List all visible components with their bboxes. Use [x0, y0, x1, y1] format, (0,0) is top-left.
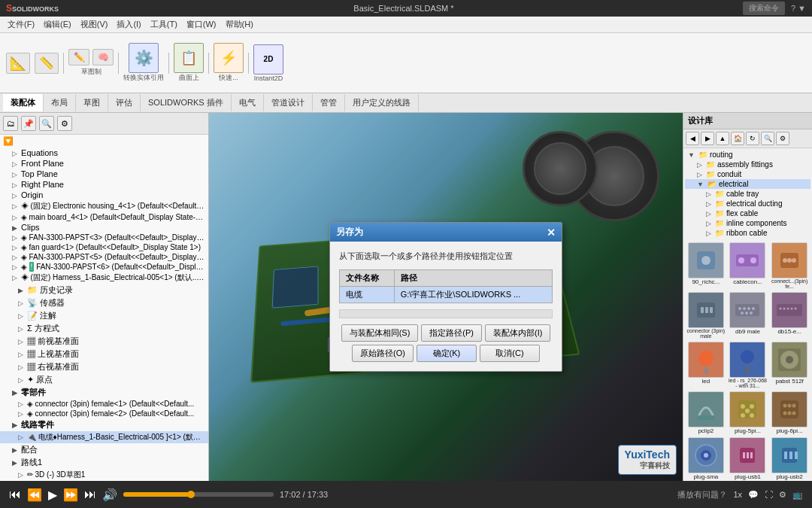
same-as-assembly-button[interactable]: 与装配体相同(S) [341, 324, 419, 342]
tree-wire-parts[interactable]: ▶ 线路零件 [0, 418, 208, 431]
tree-top-plane2[interactable]: ▷ ▦ 上视基准面 [6, 348, 208, 360]
original-path-button[interactable]: 原始路径(O) [352, 345, 414, 362]
toolbar-draw-btn[interactable]: ✏️ [68, 49, 89, 65]
menu-file[interactable]: 文件(F) [3, 17, 39, 32]
lib-btn-settings[interactable]: ⚙ [776, 132, 789, 145]
subtitle-button[interactable]: 💬 [748, 490, 759, 500]
tree-connector2[interactable]: ▷ ◈ connector (3pin) female<2> (Default<… [0, 409, 208, 418]
lib-btn-home[interactable]: 🏠 [731, 132, 744, 145]
inside-assembly-button[interactable]: 装配体内部(I) [485, 324, 550, 342]
lib-tree-routing[interactable]: ▼ 📁 routing [685, 150, 810, 160]
tree-cable[interactable]: ▷ 🔌 电缆♦Harness_1-Basic_Electrical-005 ]<… [0, 431, 208, 443]
cancel-button[interactable]: 取消(C) [480, 345, 540, 362]
fullscreen-button[interactable]: ⛶ [765, 490, 773, 499]
lib-tree-electrical-ducting[interactable]: ▷ 📁 electrical ducting [685, 199, 810, 208]
comp-plug-usb2[interactable]: plug-usb2 [770, 437, 809, 480]
lib-tree-electrical[interactable]: ▼ 📂 electrical [685, 179, 810, 189]
search-box[interactable]: 搜索命令 [743, 2, 785, 15]
lib-btn-back[interactable]: ◀ [686, 132, 699, 145]
tree-clips[interactable]: ▶ Clips [0, 222, 208, 233]
cast-button[interactable]: 📺 [792, 490, 803, 500]
tree-right-plane2[interactable]: ▷ ▦ 右视基准面 [6, 360, 208, 373]
tree-mainboard[interactable]: ▷ ◈ main board_4<1> (Default<Default_Dis… [0, 212, 208, 222]
tree-fan3[interactable]: ▷ ◈ ! FAN-3300-PAPST<6> (Default<<Defaul… [0, 262, 208, 272]
tree-mates[interactable]: ▶ 配合 [0, 443, 208, 456]
menu-insert[interactable]: 插入(I) [112, 17, 145, 32]
volume-button[interactable]: 🔊 [102, 488, 117, 502]
lib-tree-assembly-fittings[interactable]: ▷ 📁 assembly fittings [685, 160, 810, 169]
lib-tree-ribbon[interactable]: ▷ 📁 ribbon cable [685, 228, 810, 238]
tree-route1[interactable]: ▶ 路线1 [0, 456, 208, 469]
settings-button[interactable]: ⚙ [779, 490, 786, 500]
toolbar-quick-btn[interactable]: ⚡ [214, 43, 244, 73]
tree-origin[interactable]: ▷ Origin [0, 190, 208, 200]
comp-db9-male[interactable]: db9 male [729, 292, 768, 339]
lib-btn-forward[interactable]: ▶ [701, 132, 714, 145]
tree-btn-2[interactable]: 📌 [21, 116, 36, 131]
progress-bar[interactable] [123, 492, 274, 497]
lib-btn-up[interactable]: ▲ [716, 132, 729, 145]
toolbar-smart-btn[interactable]: 🧠 [92, 49, 114, 65]
tree-fanguard[interactable]: ▷ ◈ fan guard<1> (Default<<Default>_Disp… [0, 242, 208, 252]
tree-front-plane[interactable]: ▷ Front Plane [0, 158, 208, 169]
tree-top-plane[interactable]: ▷ Top Plane [0, 169, 208, 179]
lib-btn-refresh[interactable]: ↻ [746, 132, 759, 145]
tree-right-plane[interactable]: ▷ Right Plane [0, 179, 208, 190]
comp-db15[interactable]: db15-e... [770, 292, 809, 339]
lib-btn-search[interactable]: 🔍 [761, 132, 774, 145]
tree-notes[interactable]: ▷ 📝 注解 [6, 309, 208, 322]
tree-eq2[interactable]: ▷ Σ 方程式 [6, 322, 208, 335]
ok-button[interactable]: 确定(K) [417, 345, 477, 362]
tree-sensors[interactable]: ▷ 📡 传感器 [6, 297, 208, 309]
tree-front-plane2[interactable]: ▷ ▦ 前视基准面 [6, 335, 208, 348]
tree-fan2[interactable]: ▷ ◈ FAN-3300-PAPST<5> (Default<<Default>… [0, 252, 208, 262]
tree-btn-1[interactable]: 🗂 [3, 116, 18, 131]
menu-window[interactable]: 窗口(W) [182, 17, 221, 32]
comp-plug5pi[interactable]: plug-5pi... [729, 391, 768, 434]
lib-tree-inline[interactable]: ▷ 📁 inline components [685, 218, 810, 228]
specify-path-button[interactable]: 指定路径(P) [421, 324, 482, 342]
menu-view[interactable]: 视图(V) [76, 17, 113, 32]
play-button[interactable]: ▶ [48, 488, 57, 502]
tree-origin2[interactable]: ▷ ✦ 原点 [6, 373, 208, 386]
toolbar-surface-btn[interactable]: 📋 [174, 43, 204, 73]
toolbar-btn-2[interactable]: 📏 [35, 53, 59, 74]
progress-knob[interactable] [187, 491, 195, 498]
table-scrollbar[interactable] [339, 309, 553, 318]
tree-housing[interactable]: ▷ ◈ (固定) Electronic housing_4<1> (Defaul… [0, 200, 208, 212]
comp-cablecon[interactable]: cablecon... [729, 242, 768, 289]
tab-plugins[interactable]: SOLIDWORKS 插件 [141, 94, 232, 111]
comp-connector-3pin-f[interactable]: connect...(3pin) fe... [770, 242, 809, 289]
skip-end-button[interactable]: ⏭ [84, 488, 96, 501]
comp-connector-3pin-m[interactable]: connector (3pin) male [686, 292, 726, 339]
comp-90-richc[interactable]: 90_richc... [686, 242, 726, 289]
lib-tree-conduit[interactable]: ▷ 📁 conduit [685, 169, 810, 179]
comp-plug-sma[interactable]: plug-sma [686, 437, 726, 480]
lib-tree-cable-tray[interactable]: ▷ 📁 cable tray [685, 189, 810, 199]
comp-plug6pi[interactable]: plug-6pi... [770, 391, 809, 434]
tree-history[interactable]: ▶ 📁 历史记录 [6, 284, 208, 297]
tree-3dsketch[interactable]: ▷ ✏ 3D (-) 3D草图1 [0, 469, 208, 481]
prev-frame-button[interactable]: ⏪ [27, 488, 42, 502]
tab-tubing[interactable]: 管管 [313, 94, 345, 111]
comp-led[interactable]: led [686, 342, 726, 388]
comp-pabst[interactable]: pabst 512f [770, 342, 809, 388]
toolbar-instant2d-btn[interactable]: 2D [253, 44, 283, 75]
tab-layout[interactable]: 布局 [44, 94, 76, 111]
tree-btn-4[interactable]: ⚙ [57, 116, 72, 131]
skip-start-button[interactable]: ⏮ [9, 488, 21, 501]
menu-help[interactable]: 帮助(H) [221, 17, 258, 32]
lib-tree-flex-cable[interactable]: ▷ 📁 flex cable [685, 208, 810, 218]
comp-pclip2[interactable]: pclip2 [686, 391, 726, 434]
toolbar-3d-btn[interactable]: ⚙️ [129, 43, 159, 73]
filter-icon[interactable]: 🔽 [3, 136, 14, 145]
comp-plug-usb1[interactable]: plug-usb1 [729, 437, 768, 480]
playback-question[interactable]: 播放有问题？ [677, 489, 727, 500]
tab-piping[interactable]: 管道设计 [264, 94, 313, 111]
menu-tools[interactable]: 工具(T) [146, 17, 182, 32]
tree-fan1[interactable]: ▷ ◈ FAN-3300-PAPST<3> (Default<<Default>… [0, 233, 208, 242]
dialog-close-button[interactable]: ✕ [547, 227, 556, 239]
toolbar-btn-1[interactable]: 📐 [6, 53, 30, 74]
tree-equations[interactable]: ▷ Equations [0, 148, 208, 158]
tree-connector1[interactable]: ▷ ◈ connector (3pin) female<1> (Default<… [0, 399, 208, 409]
